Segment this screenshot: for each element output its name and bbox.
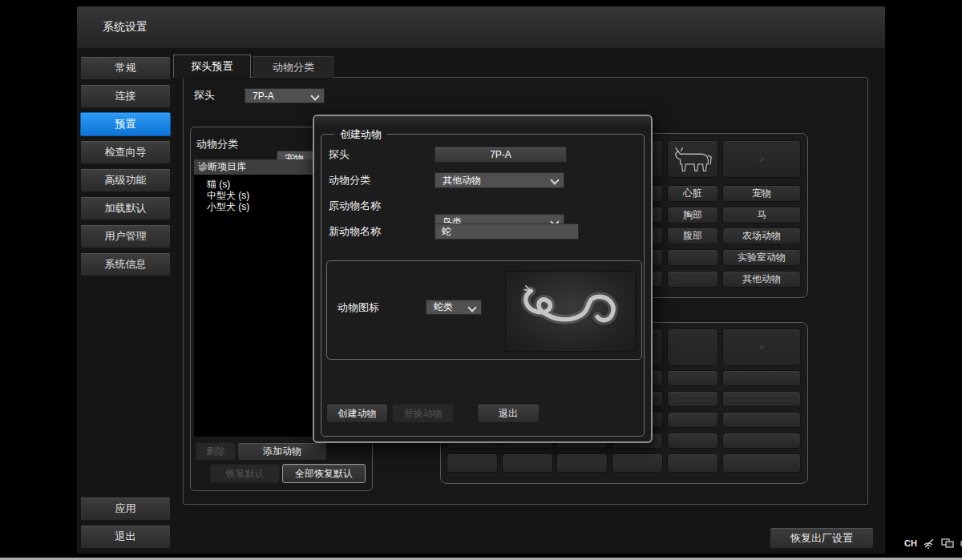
preset-button[interactable] (556, 453, 608, 473)
add-animal-button[interactable]: 添加动物 (237, 442, 327, 461)
sidebar-item-connect[interactable]: 连接 (80, 84, 171, 108)
restore-all-default-button[interactable]: 全部恢复默认 (282, 464, 366, 483)
factory-reset-button[interactable]: 恢复出厂设置 (770, 527, 874, 549)
animal-icon-select[interactable]: 蛇类 (426, 300, 482, 315)
exam-button[interactable] (667, 249, 718, 266)
probe-label: 探头 (194, 87, 215, 104)
preset-button[interactable] (722, 412, 801, 428)
apply-button[interactable]: 应用 (80, 497, 171, 521)
dialog-exit-button[interactable]: 退出 (477, 404, 540, 423)
chevron-down-icon (467, 303, 476, 312)
animal-icon-preview (505, 271, 636, 352)
animal-icon-label: 动物图标 (338, 300, 379, 316)
dialog-new-name-label: 新动物名称 (329, 224, 381, 240)
category-button-horse[interactable]: 马 (722, 207, 801, 224)
preset-button[interactable] (667, 412, 718, 428)
preset-button[interactable] (447, 453, 498, 473)
sidebar-item-user-management[interactable]: 用户管理 (80, 224, 171, 248)
status-tray: CH (904, 535, 962, 551)
sidebar-item-system-info[interactable]: 系统信息 (80, 252, 171, 276)
category-button-farm[interactable]: 农场动物 (722, 228, 801, 244)
delete-animal-button[interactable]: 删除 (196, 442, 236, 461)
new-animal-name-input[interactable] (435, 224, 579, 240)
dialog-top-strip (314, 116, 651, 127)
dialog-title: 创建动物 (334, 127, 387, 142)
preset-button[interactable] (612, 453, 663, 473)
dialog-category-select[interactable]: 其他动物 (435, 172, 564, 188)
category-button-lab[interactable]: 实验室动物 (722, 249, 801, 266)
dialog-create-button[interactable]: 创建动物 (326, 404, 388, 423)
chevron-right-glyph: > (758, 154, 764, 165)
window-title: 系统设置 (103, 20, 148, 34)
exit-button[interactable]: 退出 (80, 525, 171, 549)
restore-default-button[interactable]: 恢复默认 (210, 464, 280, 483)
sidebar-item-preset[interactable]: 预置 (80, 112, 171, 136)
preset-image-button[interactable] (667, 328, 718, 366)
exam-button-chest[interactable]: 胸部 (667, 207, 718, 224)
preset-button[interactable] (722, 391, 801, 407)
tab-animal-category[interactable]: 动物分类 (253, 56, 333, 78)
more-animals-button[interactable]: > (722, 140, 801, 178)
preset-button[interactable] (667, 453, 718, 473)
animal-category-label: 动物分类 (196, 136, 238, 152)
sidebar-item-load-default[interactable]: 加载默认 (80, 196, 171, 220)
preset-button[interactable] (502, 453, 553, 473)
chevron-down-icon (310, 91, 319, 100)
preset-close-button[interactable]: × (722, 328, 801, 366)
preset-button[interactable] (667, 433, 718, 449)
exam-button-heart[interactable]: 心脏 (667, 185, 718, 202)
category-button-other[interactable]: 其他动物 (722, 271, 801, 288)
dialog-category-label: 动物分类 (329, 172, 370, 188)
preset-button[interactable] (722, 370, 801, 386)
exam-button-abdomen[interactable]: 腹部 (667, 228, 718, 244)
exam-button[interactable] (667, 271, 718, 288)
dialog-replace-button[interactable]: 替换动物 (392, 404, 454, 423)
window-titlebar: 系统设置 (77, 6, 885, 48)
close-glyph: × (758, 342, 764, 353)
chevron-down-icon (550, 175, 559, 184)
category-button-pet[interactable]: 宠物 (722, 185, 801, 202)
dialog-probe-label: 探头 (329, 147, 350, 163)
sidebar-item-exam-wizard[interactable]: 检查向导 (80, 140, 171, 164)
preset-button[interactable] (722, 433, 801, 449)
dialog-original-name-label: 原动物名称 (329, 198, 381, 214)
language-indicator: CH (904, 538, 917, 548)
cow-image-button[interactable] (667, 140, 718, 178)
tab-probe-preset[interactable]: 探头预置 (173, 54, 251, 78)
snake-line-art-icon (511, 275, 631, 348)
probe-select[interactable]: 7P-A (245, 88, 325, 103)
dialog-probe-value: 7P-A (435, 147, 567, 163)
cow-line-art-icon (671, 143, 714, 175)
screen: 系统设置 常规 连接 预置 检查向导 高级功能 加载默认 用户管理 系统信息 应… (0, 0, 962, 560)
animal-icon-groupbox: 动物图标 蛇类 (326, 260, 642, 360)
sidebar-item-advanced[interactable]: 高级功能 (80, 168, 171, 192)
probe-select-value: 7P-A (253, 91, 274, 102)
sidebar-item-general[interactable]: 常规 (80, 56, 171, 80)
display-icon (941, 538, 955, 549)
preset-button[interactable] (722, 453, 801, 473)
create-animal-dialog: 创建动物 探头 7P-A 动物分类 其他动物 原动物名称 鸟类 新动物名称 动物… (313, 115, 653, 443)
preset-button[interactable] (667, 370, 718, 386)
network-icon (923, 538, 936, 549)
preset-button[interactable] (667, 391, 718, 407)
